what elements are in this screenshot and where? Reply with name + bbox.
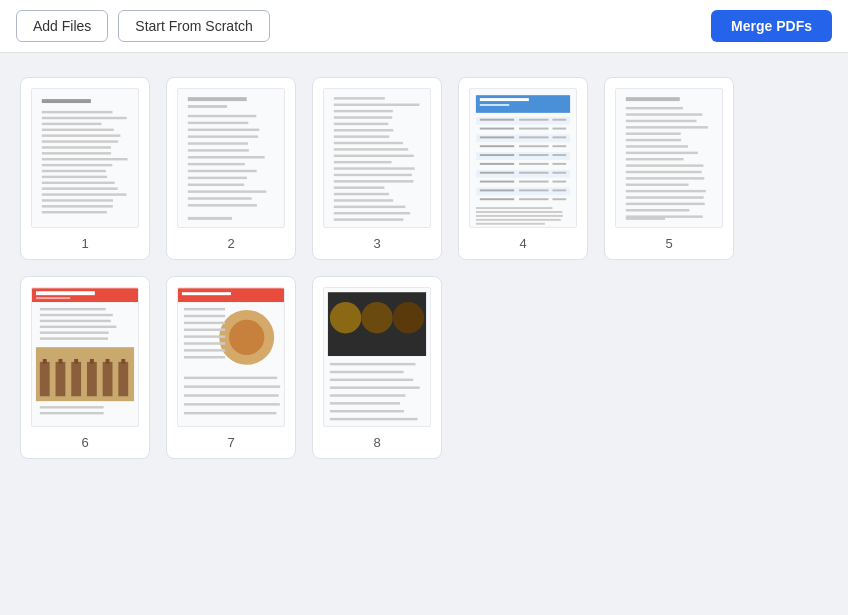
svg-rect-53 <box>334 186 385 188</box>
svg-rect-109 <box>626 97 680 101</box>
svg-rect-8 <box>42 146 111 148</box>
svg-rect-138 <box>40 337 108 339</box>
svg-rect-148 <box>103 362 113 396</box>
svg-rect-23 <box>188 115 257 117</box>
svg-rect-142 <box>56 362 66 396</box>
add-files-button[interactable]: Add Files <box>16 10 108 42</box>
svg-rect-44 <box>334 129 394 131</box>
page-thumbnail <box>31 88 139 228</box>
svg-rect-82 <box>552 154 566 156</box>
svg-rect-89 <box>519 172 548 174</box>
svg-rect-117 <box>626 152 698 154</box>
svg-rect-145 <box>74 359 78 364</box>
svg-rect-31 <box>188 170 257 172</box>
svg-rect-85 <box>519 163 548 165</box>
svg-rect-70 <box>552 128 566 130</box>
svg-rect-30 <box>188 163 245 165</box>
svg-rect-160 <box>184 315 225 317</box>
page-card[interactable]: 3 <box>312 77 442 260</box>
svg-point-174 <box>330 302 361 333</box>
svg-point-176 <box>393 302 424 333</box>
page-card[interactable]: 1 <box>20 77 150 260</box>
svg-rect-159 <box>184 308 225 310</box>
svg-rect-16 <box>42 193 127 195</box>
svg-rect-177 <box>330 363 416 365</box>
svg-rect-150 <box>118 362 128 396</box>
svg-rect-55 <box>334 199 393 201</box>
svg-rect-115 <box>626 139 681 141</box>
page-card[interactable]: 8 <box>312 276 442 459</box>
page-thumbnail <box>31 287 139 427</box>
svg-rect-65 <box>519 119 548 121</box>
svg-rect-110 <box>626 107 683 109</box>
svg-rect-50 <box>334 167 415 169</box>
svg-rect-182 <box>330 402 400 404</box>
svg-rect-162 <box>184 329 225 331</box>
svg-rect-103 <box>476 207 553 209</box>
svg-rect-126 <box>626 209 690 211</box>
svg-rect-11 <box>42 164 112 166</box>
merge-pdfs-button[interactable]: Merge PDFs <box>711 10 832 42</box>
svg-rect-121 <box>626 177 705 179</box>
svg-rect-137 <box>40 331 109 333</box>
svg-rect-112 <box>626 120 697 122</box>
svg-rect-37 <box>188 217 232 220</box>
svg-rect-57 <box>334 212 410 214</box>
page-card[interactable]: 2 <box>166 77 296 260</box>
svg-rect-68 <box>480 128 514 130</box>
svg-rect-9 <box>42 152 111 154</box>
svg-rect-51 <box>334 174 412 176</box>
svg-rect-2 <box>42 111 113 113</box>
page-thumbnail <box>177 88 285 228</box>
svg-rect-107 <box>476 223 545 225</box>
svg-rect-42 <box>334 116 392 118</box>
svg-rect-100 <box>480 198 514 200</box>
svg-rect-136 <box>40 326 117 328</box>
svg-rect-123 <box>626 190 706 192</box>
page-number: 5 <box>665 236 672 251</box>
page-number: 3 <box>373 236 380 251</box>
page-card[interactable]: 7 <box>166 276 296 459</box>
svg-rect-24 <box>188 122 248 124</box>
page-card[interactable]: 6 <box>20 276 150 459</box>
svg-rect-12 <box>42 170 106 172</box>
toolbar: Add Files Start From Scratch Merge PDFs <box>0 0 848 53</box>
svg-rect-135 <box>40 320 111 322</box>
svg-rect-143 <box>59 359 63 364</box>
svg-rect-18 <box>42 205 113 207</box>
svg-rect-22 <box>188 105 227 108</box>
page-number: 8 <box>373 435 380 450</box>
svg-rect-131 <box>36 291 95 295</box>
page-thumbnail <box>323 287 431 427</box>
svg-rect-181 <box>330 394 406 396</box>
svg-rect-132 <box>36 297 70 299</box>
svg-rect-167 <box>184 377 277 379</box>
svg-rect-168 <box>184 385 280 387</box>
svg-rect-130 <box>32 288 138 302</box>
page-thumbnail <box>469 88 577 228</box>
svg-rect-141 <box>43 359 47 364</box>
page-card[interactable]: 5 <box>604 77 734 260</box>
svg-rect-88 <box>480 172 514 174</box>
svg-rect-140 <box>40 362 50 396</box>
svg-rect-46 <box>334 142 403 144</box>
page-card[interactable]: 4 <box>458 77 588 260</box>
svg-rect-90 <box>552 172 566 174</box>
svg-rect-96 <box>480 189 514 191</box>
svg-rect-183 <box>330 410 404 412</box>
svg-rect-164 <box>184 342 225 344</box>
svg-rect-33 <box>188 184 244 186</box>
svg-rect-21 <box>188 97 247 101</box>
svg-rect-120 <box>626 171 702 173</box>
svg-rect-49 <box>334 161 392 163</box>
svg-rect-179 <box>330 379 413 381</box>
svg-rect-54 <box>334 193 389 195</box>
svg-rect-52 <box>334 180 414 182</box>
svg-rect-170 <box>184 403 280 405</box>
svg-rect-113 <box>626 126 708 128</box>
svg-rect-105 <box>476 215 563 217</box>
svg-rect-155 <box>178 288 284 302</box>
svg-rect-147 <box>90 359 94 364</box>
svg-rect-48 <box>334 155 414 157</box>
start-from-scratch-button[interactable]: Start From Scratch <box>118 10 269 42</box>
